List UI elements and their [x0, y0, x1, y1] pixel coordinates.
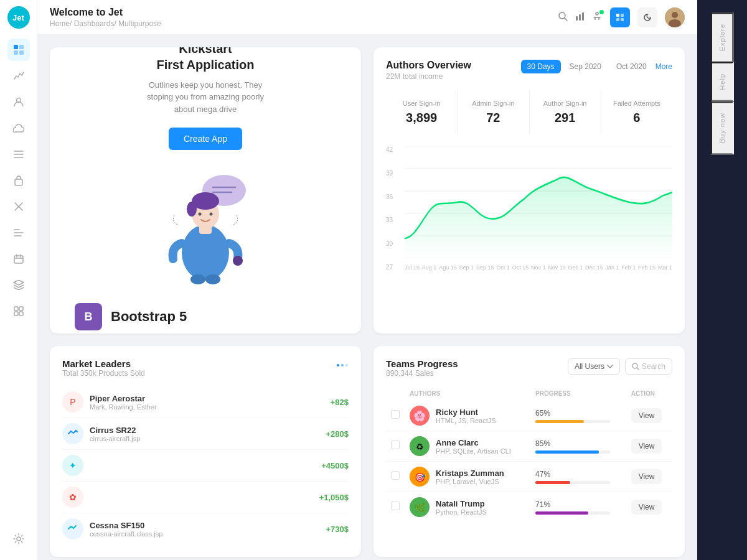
y-label-36: 36 [386, 194, 400, 200]
sidebar-item-lock[interactable] [7, 169, 30, 192]
svg-line-24 [565, 18, 567, 21]
author-avatar-0: 🌸 [410, 406, 430, 426]
teams-header: Teams Progress 890,344 Sales All Users S… [386, 358, 672, 378]
svg-rect-18 [14, 307, 18, 310]
author-skills-2: PHP, Laravel, VueJS [436, 478, 504, 485]
sidebar-item-layers[interactable] [7, 274, 30, 296]
sidebar-item-cloud[interactable] [7, 117, 30, 139]
svg-rect-1 [19, 45, 24, 49]
x-axis-labels: Jul 15 Aug 1 Agu 15 Sep 1 Sep 15 Oct 1 O… [405, 264, 672, 271]
settings-icon[interactable] [7, 528, 30, 550]
view-button-0[interactable]: View [631, 408, 662, 423]
x-label: Aug 1 [422, 264, 437, 271]
all-users-select[interactable]: All Users [568, 358, 620, 375]
user-avatar[interactable] [665, 7, 685, 27]
sidebar-item-dashboard[interactable] [7, 39, 30, 61]
teams-controls: All Users Search [568, 358, 672, 375]
market-sub-1: cirrus-aircraft.jsp [90, 435, 140, 442]
table-row: ♻ Anne Clarc PHP, SQLite, Artisan CLI 85… [386, 431, 672, 462]
view-button-1[interactable]: View [631, 439, 662, 454]
svg-rect-21 [19, 312, 23, 315]
sidebar-item-close[interactable] [7, 195, 30, 218]
progress-cell-0: 65% [530, 401, 626, 431]
market-amount-4: +730$ [326, 525, 349, 534]
period-tab-sep2020[interactable]: Sep 2020 [563, 60, 608, 73]
svg-point-51 [233, 256, 243, 266]
svg-line-64 [637, 368, 639, 370]
notification-dot [599, 10, 604, 14]
svg-rect-27 [582, 12, 584, 21]
y-label-33: 33 [386, 217, 400, 223]
svg-rect-8 [15, 179, 22, 185]
market-leaders-card: Market Leaders Total 350k Products Sold … [50, 346, 361, 557]
svg-point-63 [632, 363, 637, 368]
svg-point-28 [596, 12, 598, 15]
row-check-1[interactable] [386, 431, 405, 462]
author-name-1: Anne Clarc [436, 438, 511, 447]
svg-rect-33 [621, 14, 624, 17]
period-tab-oct2020[interactable]: Oct 2020 [610, 60, 653, 73]
market-info-1: Cirrus SR22 cirrus-aircraft.jsp [90, 426, 140, 442]
sidebar-logo[interactable]: Jet [7, 6, 30, 29]
sidebar-item-list[interactable] [7, 143, 30, 166]
period-tab-more[interactable]: More [655, 60, 672, 73]
explore-button[interactable]: Explore [711, 12, 734, 62]
grid-view-toggle[interactable] [610, 7, 630, 27]
x-label: Nov 1 [531, 264, 546, 271]
chart-area: 42 39 36 33 30 27 [386, 146, 672, 271]
market-title-group: Market Leaders Total 350k Products Sold [62, 358, 145, 378]
svg-rect-35 [621, 18, 624, 21]
authors-overview-card: Authors Overview 22M total income 30 Day… [374, 47, 685, 334]
buy-now-button[interactable]: Buy now [711, 101, 734, 154]
period-tabs: 30 Days Sep 2020 Oct 2020 More [521, 60, 672, 73]
market-more-button[interactable] [336, 358, 349, 371]
col-check [386, 386, 405, 401]
market-title: Market Leaders [62, 358, 145, 369]
progress-cell-3: 71% [530, 492, 626, 523]
sidebar-item-calendar[interactable] [7, 248, 30, 270]
teams-search-box[interactable]: Search [625, 358, 672, 375]
sidebar-item-tool[interactable] [7, 300, 30, 322]
sidebar-item-users[interactable] [7, 91, 30, 113]
search-button[interactable] [558, 11, 568, 24]
x-label: Sep 15 [476, 264, 494, 271]
sidebar-item-menu[interactable] [7, 222, 30, 244]
view-button-2[interactable]: View [631, 469, 662, 484]
row-check-2[interactable] [386, 462, 405, 492]
stat-label-2: Author Sign-in [540, 100, 591, 107]
table-row: 🌸 Ricky Hunt HTML, JS, ReactJS 65% View [386, 401, 672, 431]
svg-point-49 [199, 213, 202, 216]
market-info-0: Piper Aerostar Mark, Rowling, Esther [90, 394, 157, 411]
col-action: ACTION [626, 386, 672, 401]
period-tab-30days[interactable]: 30 Days [521, 60, 561, 73]
header-actions [558, 7, 685, 27]
row-check-3[interactable] [386, 492, 405, 523]
svg-point-22 [17, 537, 21, 541]
stat-user-signin: User Sign-in 3,899 [386, 91, 457, 134]
svg-point-62 [345, 364, 348, 366]
breadcrumb: Home/ Dashboards/ Multipurpose [50, 19, 552, 28]
teams-progress-card: Teams Progress 890,344 Sales All Users S… [374, 346, 685, 557]
authors-title-group: Authors Overview 22M total income [386, 60, 471, 81]
view-button-3[interactable]: View [631, 500, 662, 515]
svg-point-60 [337, 364, 339, 366]
header-title-group: Welcome to Jet Home/ Dashboards/ Multipu… [50, 7, 552, 28]
x-label: Nov 15 [548, 264, 566, 271]
author-cell-2: 🎯 Kristaps Zumman PHP, Laravel, VueJS [405, 462, 530, 492]
x-label: Mar 1 [658, 264, 672, 271]
sidebar-item-analytics[interactable] [7, 65, 30, 87]
x-label: Dec 15 [585, 264, 603, 271]
svg-rect-32 [616, 14, 619, 17]
help-button[interactable]: Help [711, 62, 734, 101]
svg-rect-26 [579, 14, 581, 21]
create-app-button[interactable]: Create App [169, 128, 242, 150]
row-check-0[interactable] [386, 401, 405, 431]
action-cell-1: View [626, 431, 672, 462]
progress-cell-1: 85% [530, 431, 626, 462]
x-label: Dec 1 [568, 264, 583, 271]
notifications-button[interactable] [593, 11, 603, 24]
dark-mode-toggle[interactable] [637, 7, 657, 27]
author-skills-0: HTML, JS, ReactJS [436, 417, 496, 424]
authors-subtitle: 22M total income [386, 72, 471, 81]
analytics-button[interactable] [575, 11, 585, 24]
